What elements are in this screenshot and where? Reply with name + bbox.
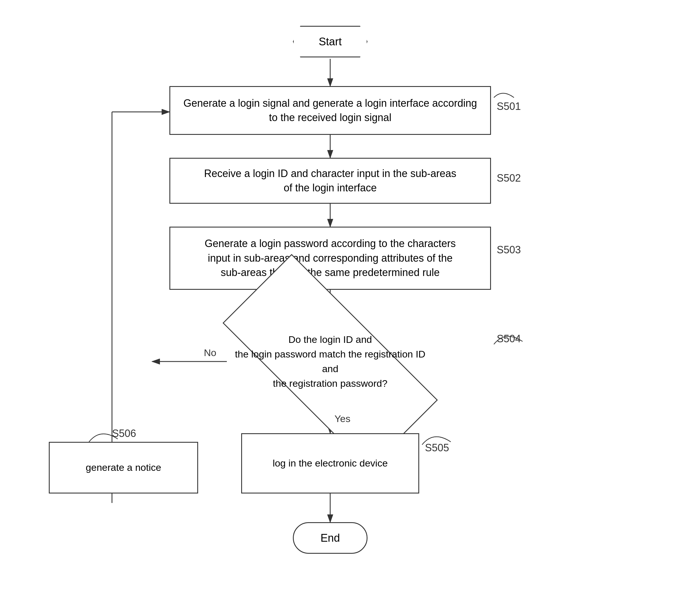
yes-label: Yes (335, 413, 350, 424)
s506-label: S506 (112, 428, 136, 440)
s504-label: S504 (497, 333, 521, 345)
s506-box: generate a notice (49, 442, 198, 493)
s506-text: generate a notice (86, 461, 162, 475)
s501-label: S501 (497, 100, 521, 113)
s505-text: log in the electronic device (273, 457, 388, 470)
s501-text: Generate a login signal and generate a l… (179, 96, 481, 125)
end-label: End (293, 522, 367, 554)
s503-box: Generate a login password according to t… (169, 227, 491, 290)
s502-label: S502 (497, 172, 521, 184)
no-label: No (204, 347, 216, 358)
start-shape: Start (293, 26, 367, 57)
s502-text: Receive a login ID and character input i… (204, 167, 457, 196)
s503-label: S503 (497, 244, 521, 256)
s501-box: Generate a login signal and generate a l… (169, 86, 491, 135)
s503-text: Generate a login password according to t… (205, 237, 456, 280)
s504-diamond: Do the login ID andthe login password ma… (227, 313, 434, 410)
s504-text: Do the login ID andthe login password ma… (228, 329, 433, 393)
s502-box: Receive a login ID and character input i… (169, 158, 491, 204)
flowchart: Start Generate a login signal and genera… (0, 0, 698, 616)
s505-label: S505 (425, 442, 449, 454)
start-label: Start (293, 26, 367, 57)
s505-box: log in the electronic device (241, 433, 419, 493)
end-shape: End (293, 522, 367, 554)
